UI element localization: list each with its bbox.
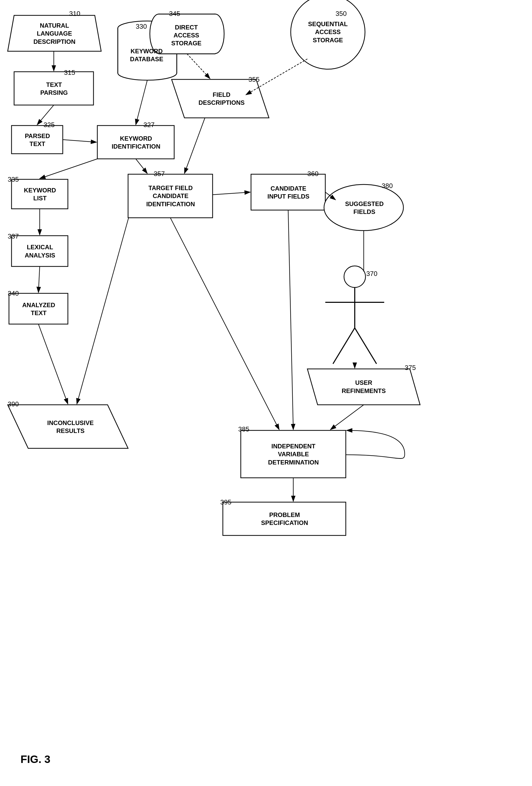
diagram: NATURAL LANGUAGE DESCRIPTION 310 KEYWORD… <box>0 0 532 786</box>
analyzed-text-box: ANALYZED TEXT <box>10 294 68 324</box>
problem-specification-box: PROBLEM SPECIFICATION <box>224 503 346 535</box>
svg-line-29 <box>333 328 355 364</box>
candidate-input-fields-box: CANDIDATE INPUT FIELDS <box>252 175 325 210</box>
num-310: 310 <box>69 10 80 18</box>
num-355: 355 <box>249 75 259 84</box>
lexical-analysis-box: LEXICAL ANALYSIS <box>12 236 68 266</box>
suggested-fields-box: SUGGESTED FIELDS <box>325 187 403 229</box>
sequential-access-storage-box: SEQUENTIAL ACCESS STORAGE <box>291 15 365 49</box>
num-360: 360 <box>307 170 318 178</box>
num-340: 340 <box>8 290 19 297</box>
num-380: 380 <box>381 182 393 190</box>
num-370: 370 <box>366 270 377 278</box>
num-345: 345 <box>169 10 180 18</box>
svg-line-41 <box>40 159 97 179</box>
target-field-box: TARGET FIELD CANDIDATE IDENTIFICATION <box>129 175 212 217</box>
svg-line-43 <box>184 118 205 174</box>
svg-line-50 <box>39 324 68 404</box>
svg-point-26 <box>344 266 366 287</box>
direct-access-storage-box: DIRECT ACCESS STORAGE <box>158 17 215 54</box>
num-385: 385 <box>238 425 249 433</box>
user-refinements-box: USER REFINEMENTS <box>309 370 419 404</box>
svg-line-39 <box>187 54 210 79</box>
num-350: 350 <box>336 10 347 18</box>
svg-line-54 <box>330 405 364 430</box>
num-337: 337 <box>8 232 19 240</box>
svg-line-37 <box>136 80 147 125</box>
svg-line-38 <box>63 140 97 142</box>
num-357: 357 <box>154 170 165 178</box>
text-parsing-box: TEXT PARSING <box>15 72 93 105</box>
svg-line-53 <box>288 210 293 430</box>
num-327: 327 <box>143 121 155 129</box>
svg-line-52 <box>170 218 279 430</box>
svg-line-45 <box>213 192 250 195</box>
inconclusive-results-box: INCONCLUSIVE RESULTS <box>15 407 125 447</box>
svg-line-30 <box>355 328 376 364</box>
independent-variable-box: INDEPENDENT VARIABLE DETERMINATION <box>241 431 345 477</box>
field-descriptions-box: FIELD DESCRIPTIONS <box>179 82 264 115</box>
num-335: 335 <box>8 176 19 183</box>
svg-line-42 <box>136 159 147 174</box>
num-395: 395 <box>220 498 231 506</box>
num-325: 325 <box>44 121 54 129</box>
svg-line-49 <box>39 267 40 293</box>
num-390: 390 <box>8 400 19 408</box>
parsed-text-box: PARSED TEXT <box>12 126 63 154</box>
keyword-list-box: KEYWORD LIST <box>12 180 68 208</box>
num-375: 375 <box>405 364 416 372</box>
svg-line-51 <box>77 218 129 404</box>
keyword-identification-box: KEYWORD IDENTIFICATION <box>98 126 174 159</box>
natural-language-box: NATURAL LANGUAGE DESCRIPTION <box>9 16 100 51</box>
num-330: 330 <box>136 23 147 30</box>
fig-label: FIG. 3 <box>21 753 50 765</box>
num-315: 315 <box>64 69 75 76</box>
